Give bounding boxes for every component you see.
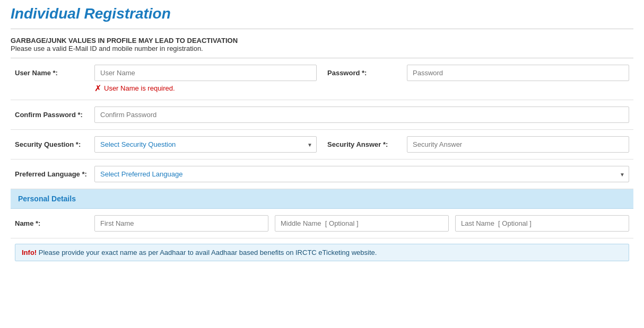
password-input[interactable]: [407, 65, 629, 81]
username-input[interactable]: [94, 65, 317, 81]
password-group: Password *:: [327, 65, 629, 81]
first-name-wrapper: [94, 215, 268, 232]
error-icon: ✗: [94, 83, 101, 93]
name-label: Name *:: [15, 215, 94, 227]
registration-form: User Name *: ✗ User Name is required. Pa…: [11, 58, 633, 261]
last-name-input[interactable]: [455, 215, 629, 232]
warning-box: GARBAGE/JUNK VALUES IN PROFILE MAY LEAD …: [11, 34, 633, 58]
preferred-language-row: Preferred Language *: Select Preferred L…: [11, 159, 633, 189]
username-group: User Name *: ✗ User Name is required.: [15, 65, 317, 93]
password-label: Password *:: [327, 65, 407, 77]
confirm-password-label: Confirm Password *:: [15, 107, 94, 119]
last-name-wrapper: [455, 215, 629, 232]
security-question-select-wrapper: Select Security Question: [94, 136, 317, 153]
security-question-input-wrapper: Select Security Question: [94, 136, 317, 153]
info-box: Info! Please provide your exact name as …: [15, 244, 629, 261]
confirm-password-input-wrapper: [94, 107, 629, 123]
preferred-language-group: Preferred Language *: Select Preferred L…: [15, 166, 629, 182]
username-password-row: User Name *: ✗ User Name is required. Pa…: [11, 58, 633, 100]
confirm-password-group: Confirm Password *:: [15, 107, 629, 123]
confirm-password-row: Confirm Password *:: [11, 100, 633, 130]
security-question-select[interactable]: Select Security Question: [94, 136, 317, 153]
security-answer-group: Security Answer *:: [327, 136, 629, 153]
title-divider: [11, 29, 633, 29]
page-title: Individual Registration: [11, 5, 633, 22]
username-input-wrapper: ✗ User Name is required.: [94, 65, 317, 93]
info-label: Info!: [22, 249, 37, 256]
security-answer-input-wrapper: [407, 136, 629, 153]
name-fields: [94, 215, 629, 232]
username-error: ✗ User Name is required.: [94, 83, 317, 93]
security-answer-label: Security Answer *:: [327, 136, 407, 148]
security-row: Security Question *: Select Security Que…: [11, 130, 633, 159]
username-error-text: User Name is required.: [104, 84, 175, 92]
password-input-wrapper: [407, 65, 629, 81]
preferred-language-select-wrapper: Select Preferred Language: [94, 166, 629, 182]
name-row: Name *:: [11, 209, 633, 238]
preferred-language-select[interactable]: Select Preferred Language: [94, 166, 629, 182]
confirm-password-input[interactable]: [94, 107, 629, 123]
security-answer-input[interactable]: [407, 136, 629, 153]
username-label: User Name *:: [15, 65, 94, 77]
warning-title: GARBAGE/JUNK VALUES IN PROFILE MAY LEAD …: [11, 37, 633, 45]
security-question-label: Security Question *:: [15, 136, 94, 148]
warning-subtitle: Please use a valid E-Mail ID and mobile …: [11, 45, 633, 52]
security-question-group: Security Question *: Select Security Que…: [15, 136, 317, 153]
personal-details-header: Personal Details: [11, 189, 633, 209]
info-text: Please provide your exact name as per Aa…: [39, 249, 377, 256]
preferred-language-input-wrapper: Select Preferred Language: [94, 166, 629, 182]
middle-name-input[interactable]: [275, 215, 449, 232]
first-name-input[interactable]: [94, 215, 268, 232]
preferred-language-label: Preferred Language *:: [15, 166, 94, 178]
middle-name-wrapper: [275, 215, 449, 232]
